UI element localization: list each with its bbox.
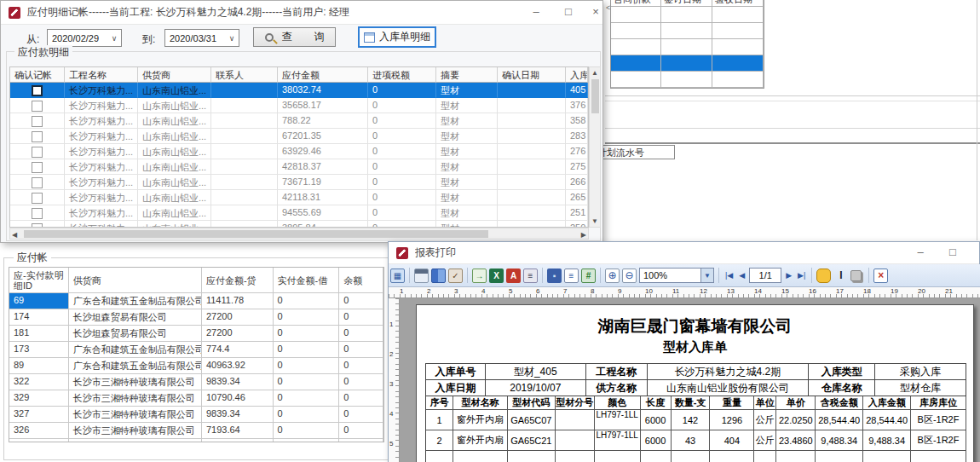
tools-icon[interactable]: ✓: [448, 269, 463, 283]
header-cell[interactable]: 应付金额: [278, 67, 368, 83]
table-row[interactable]: 322长沙市三湘特种玻璃有限公司9839.3400: [9, 374, 383, 390]
cell[interactable]: [10, 83, 65, 98]
zoom-out-icon[interactable]: ⊖: [622, 269, 637, 283]
book-icon[interactable]: [431, 269, 446, 283]
to-date-select[interactable]: 2020/03/31 ∨: [164, 29, 239, 47]
cell[interactable]: 0: [274, 293, 340, 309]
cell[interactable]: [211, 205, 278, 221]
from-date-select[interactable]: 2020/02/29 ∨: [47, 29, 122, 47]
hand-icon[interactable]: [816, 269, 831, 283]
cell[interactable]: 774.4: [202, 342, 274, 358]
cell[interactable]: 94555.69: [278, 205, 368, 221]
header-cell[interactable]: 摘要: [436, 67, 498, 83]
cell[interactable]: [10, 221, 65, 228]
cell[interactable]: 11411.78: [202, 293, 274, 309]
cell[interactable]: 山东南山铝业...: [138, 175, 211, 190]
table-row[interactable]: 329长沙市三湘特种玻璃有限公司10790.4600: [9, 390, 383, 407]
cell[interactable]: 长沙万科魅力...: [65, 190, 138, 205]
cell[interactable]: 0: [339, 390, 383, 407]
table-row[interactable]: 长沙万科魅力...山东南山铝业...38032.740型材405: [10, 83, 588, 98]
header-cell[interactable]: 供货商: [69, 268, 202, 293]
cell[interactable]: 27200: [202, 326, 274, 342]
cell[interactable]: 0: [368, 175, 436, 190]
cell[interactable]: [9, 439, 69, 442]
header-cell[interactable]: 应付金额-贷: [202, 268, 274, 293]
cell[interactable]: [202, 439, 274, 442]
cell[interactable]: 275: [566, 159, 588, 175]
cell[interactable]: 38032.74: [278, 83, 368, 98]
cell[interactable]: [211, 159, 278, 175]
cell[interactable]: [211, 113, 278, 129]
scroll-left-icon[interactable]: ◀: [12, 231, 17, 239]
cell[interactable]: 0: [274, 374, 340, 390]
win1-titlebar[interactable]: 应付明细记帐------当前工程: 长沙万科魅力之城4.2期------当前用户…: [1, 1, 602, 25]
cell[interactable]: 0: [339, 309, 383, 326]
cell[interactable]: 9839.34: [202, 407, 274, 423]
checkbox[interactable]: [32, 147, 43, 158]
cell[interactable]: 山东南山铝业...: [138, 144, 211, 159]
cell[interactable]: [10, 98, 65, 113]
checkbox[interactable]: [32, 131, 43, 142]
table-row[interactable]: 长沙万科魅力...山东南山铝业...3895.840型材250: [10, 221, 588, 228]
cell[interactable]: [211, 190, 278, 205]
cell[interactable]: 276: [566, 144, 588, 159]
cell[interactable]: 长沙万科魅力...: [65, 83, 138, 98]
cell[interactable]: 35658.17: [278, 98, 368, 113]
cell[interactable]: [10, 129, 65, 144]
cell[interactable]: 型材: [436, 98, 498, 113]
cell[interactable]: 长沙万科魅力...: [65, 98, 138, 113]
checkbox[interactable]: [32, 193, 43, 204]
close-preview-icon[interactable]: ×: [873, 269, 888, 283]
cell[interactable]: 42118.31: [278, 190, 368, 205]
export-icon[interactable]: →: [472, 269, 487, 283]
cell[interactable]: 长沙万科魅力...: [65, 221, 138, 228]
cell[interactable]: 7193.64: [202, 423, 274, 439]
table-row[interactable]: 89广东合和建筑五金制品有限公司40963.9200: [9, 358, 383, 374]
cell[interactable]: 0: [368, 129, 436, 144]
header-cell[interactable]: 实付金额-借: [274, 268, 340, 293]
scrollbar-thumb[interactable]: [24, 230, 488, 238]
cell[interactable]: 型材: [436, 159, 498, 175]
cell[interactable]: 长沙坦森贸易有限公司: [69, 326, 202, 342]
cell[interactable]: 3895.84: [278, 221, 368, 228]
cell[interactable]: 10790.46: [202, 390, 274, 407]
table-row[interactable]: 长沙万科魅力...山东南山铝业...35658.170型材376: [10, 98, 588, 113]
cell[interactable]: 358: [566, 113, 588, 129]
cell[interactable]: 山东南山铝业...: [138, 190, 211, 205]
cell[interactable]: 266: [566, 175, 588, 190]
cell[interactable]: [211, 221, 278, 228]
cell[interactable]: 型材: [436, 221, 498, 228]
text-select-icon[interactable]: I: [833, 269, 848, 283]
cell[interactable]: 长沙万科魅力...: [65, 144, 138, 159]
table-row[interactable]: 长沙万科魅力...山东南山铝业...42818.370型材275: [10, 159, 588, 175]
cell[interactable]: [10, 175, 65, 190]
header-cell[interactable]: 进项税额: [368, 67, 436, 83]
scroll-right-icon[interactable]: ▶: [581, 231, 586, 239]
cell[interactable]: [10, 190, 65, 205]
zoom-select[interactable]: 100%▼: [639, 268, 714, 283]
cell[interactable]: [211, 144, 278, 159]
cell[interactable]: 0: [368, 113, 436, 129]
cell[interactable]: 67201.35: [278, 129, 368, 144]
cell[interactable]: 405: [566, 83, 588, 98]
header-cell[interactable]: 应-实付款明细ID: [9, 268, 69, 293]
cell[interactable]: [211, 98, 278, 113]
cell[interactable]: 型材: [436, 175, 498, 190]
close-icon[interactable]: ×: [975, 241, 980, 263]
cell[interactable]: 0: [274, 342, 340, 358]
cell[interactable]: 长沙万科魅力...: [65, 113, 138, 129]
cell[interactable]: 73671.19: [278, 175, 368, 190]
report-titlebar[interactable]: 报表打印 – □ ×: [389, 242, 979, 264]
cell[interactable]: 327: [9, 407, 69, 423]
cell[interactable]: 27200: [202, 309, 274, 326]
minimize-icon[interactable]: –: [527, 1, 545, 23]
cell[interactable]: 山东南山铝业...: [138, 205, 211, 221]
cell[interactable]: 长沙坦森贸易有限公司: [69, 309, 202, 326]
cell[interactable]: 山东南山铝业...: [138, 113, 211, 129]
cell[interactable]: 0: [339, 374, 383, 390]
scroll-up-icon[interactable]: ▲: [590, 69, 600, 77]
table-row[interactable]: 327长沙市三湘特种玻璃有限公司9839.3400: [9, 407, 383, 423]
table-row[interactable]: 173广东合和建筑五金制品有限公司774.400: [9, 342, 383, 358]
cell[interactable]: 长沙市三湘特种玻璃有限公司: [69, 423, 202, 439]
cell[interactable]: 广东合和建筑五金制品有限公司: [69, 342, 202, 358]
